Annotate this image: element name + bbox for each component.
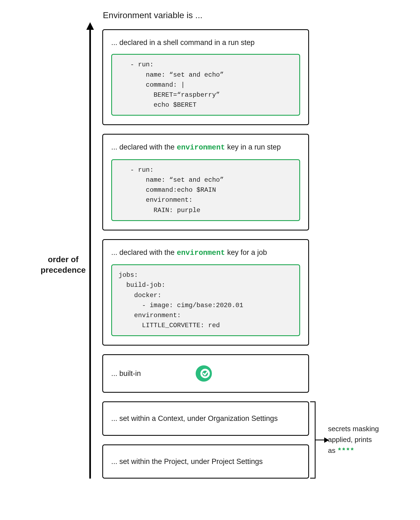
keyword-environment: environment <box>177 248 225 258</box>
precedence-stack: ... declared in a shell command in a run… <box>102 29 309 479</box>
mask-line2: applied, prints <box>328 435 372 444</box>
box-built-in: ... built-in <box>102 354 309 393</box>
precedence-axis-label-line2: precedence <box>41 265 86 274</box>
box-environment-run-step-desc: ... declared with the environment key in… <box>111 142 300 152</box>
mask-line1: secrets masking <box>328 425 379 433</box>
desc-pre: ... declared with the <box>111 248 175 257</box>
mask-line3-pre: as <box>328 446 337 454</box>
box-built-in-desc: ... built-in <box>111 369 141 378</box>
mask-stars: **** <box>337 447 354 455</box>
precedence-axis-label-line1: order of <box>48 255 78 264</box>
box-environment-job-desc: ... declared with the environment key fo… <box>111 248 300 258</box>
secrets-arrow-line <box>316 440 325 440</box>
desc-post: key for a job <box>227 248 267 257</box>
precedence-axis-label: order of precedence <box>41 254 86 275</box>
check-circle-icon <box>195 365 212 382</box>
box-project-settings: ... set within the Project, under Projec… <box>102 444 309 479</box>
code-block-shell: - run: name: “set and echo” command: | B… <box>111 54 300 116</box>
precedence-arrow-shaft <box>89 27 91 479</box>
code-block-env-run: - run: name: “set and echo” command:echo… <box>111 159 300 221</box>
box-environment-run-step: ... declared with the environment key in… <box>102 134 309 230</box>
box-shell-command: ... declared in a shell command in a run… <box>102 29 309 125</box>
diagram-title: Environment variable is ... <box>103 10 202 20</box>
secrets-masking-label: secrets masking applied, prints as **** <box>328 423 390 457</box>
code-block-env-job: jobs: build-job: docker: - image: cimg/b… <box>111 264 300 336</box>
box-project-desc: ... set within the Project, under Projec… <box>111 457 300 466</box>
box-environment-job: ... declared with the environment key fo… <box>102 239 309 346</box>
keyword-environment: environment <box>177 143 225 152</box>
desc-pre: ... declared with the <box>111 142 175 152</box>
secrets-bracket <box>310 401 316 479</box>
box-shell-command-desc: ... declared in a shell command in a run… <box>111 38 300 47</box>
box-context-org-settings: ... set within a Context, under Organiza… <box>102 401 309 435</box>
desc-post: key in a run step <box>227 142 281 152</box>
box-context-desc: ... set within a Context, under Organiza… <box>111 414 300 423</box>
precedence-arrow-head-icon <box>86 22 94 30</box>
